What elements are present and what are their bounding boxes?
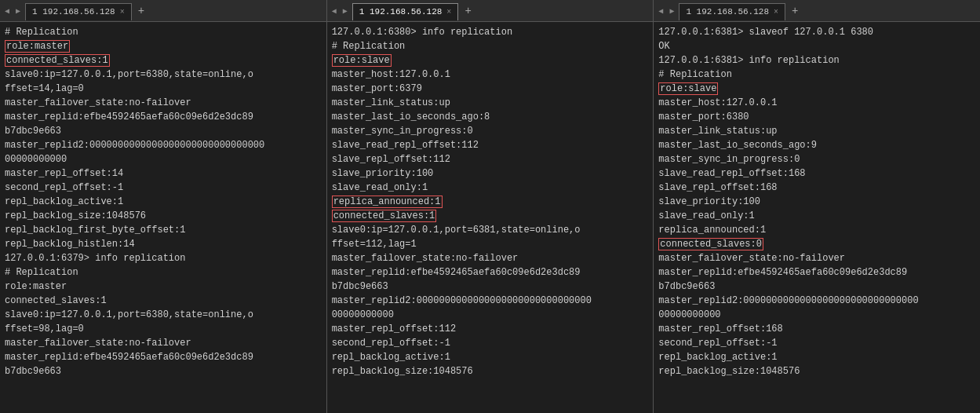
nav-right-arrow-2[interactable]: ▶	[341, 6, 349, 16]
line-2-1: 127.0.0.1:6380> info replication # Repli…	[332, 27, 512, 52]
panels-container: ◀ ▶ 1 192.168.56.128 × + # Replication r…	[0, 0, 980, 413]
line-3-connected: connected_slaves:0	[658, 238, 763, 250]
tab-bar-1: ◀ ▶ 1 192.168.56.128 × +	[0, 0, 326, 22]
line-1-2: role:master	[5, 40, 70, 53]
line-1-1: # Replication	[5, 27, 78, 38]
tab-2-close[interactable]: ×	[446, 8, 451, 16]
line-3-role: role:slave	[658, 82, 718, 95]
tab-plus-2[interactable]: +	[461, 5, 474, 17]
line-2-connected: connected_slaves:1	[332, 210, 437, 222]
line-2-3: master_host:127.0.0.1 master_port:6379 m…	[332, 69, 490, 193]
tab-plus-3[interactable]: +	[789, 5, 801, 17]
line-1-3: connected_slaves:1	[5, 54, 110, 67]
panel-3-content[interactable]: 127.0.0.1:6381> slaveof 127.0.0.1 6380 O…	[654, 22, 980, 413]
nav-right-arrow-1[interactable]: ▶	[14, 6, 22, 16]
panel-3: ◀ ▶ 1 192.168.56.128 × + 127.0.0.1:6381>…	[654, 0, 980, 413]
tab-bar-2: ◀ ▶ 1 192.168.56.128 × +	[327, 0, 654, 22]
line-3-rest: master_failover_state:no-failover master…	[658, 253, 918, 377]
line-1-4: slave0:ip=127.0.0.1,port=6380,state=onli…	[5, 69, 264, 377]
panel-2-content[interactable]: 127.0.0.1:6380> info replication # Repli…	[327, 22, 654, 413]
tab-2[interactable]: 1 192.168.56.128 ×	[352, 3, 459, 20]
line-2-role: role:slave	[332, 54, 392, 67]
tab-3[interactable]: 1 192.168.56.128 ×	[679, 3, 785, 20]
line-2-replica: replica_announced:1	[332, 196, 443, 208]
nav-left-arrow-3[interactable]: ◀	[657, 6, 665, 16]
tab-1-label: 1 192.168.56.128	[32, 7, 115, 16]
tab-bar-3: ◀ ▶ 1 192.168.56.128 × +	[654, 0, 980, 22]
line-3-3: master_host:127.0.0.1 master_port:6380 m…	[658, 97, 817, 236]
panel-1-content[interactable]: # Replication role:master connected_slav…	[0, 22, 326, 413]
tab-3-label: 1 192.168.56.128	[686, 7, 769, 16]
tab-1[interactable]: 1 192.168.56.128 ×	[25, 3, 132, 20]
line-3-1: 127.0.0.1:6381> slaveof 127.0.0.1 6380 O…	[658, 27, 873, 80]
line-2-slave0: slave0:ip=127.0.0.1,port=6381,state=onli…	[332, 225, 592, 377]
tab-plus-1[interactable]: +	[135, 5, 148, 17]
tab-2-label: 1 192.168.56.128	[359, 7, 443, 16]
tab-1-close[interactable]: ×	[120, 8, 125, 16]
nav-left-arrow-1[interactable]: ◀	[3, 6, 11, 16]
nav-left-arrow-2[interactable]: ◀	[330, 6, 338, 16]
panel-2: ◀ ▶ 1 192.168.56.128 × + 127.0.0.1:6380>…	[327, 0, 654, 413]
panel-1: ◀ ▶ 1 192.168.56.128 × + # Replication r…	[0, 0, 327, 413]
nav-right-arrow-3[interactable]: ▶	[668, 6, 676, 16]
tab-3-close[interactable]: ×	[774, 8, 778, 16]
